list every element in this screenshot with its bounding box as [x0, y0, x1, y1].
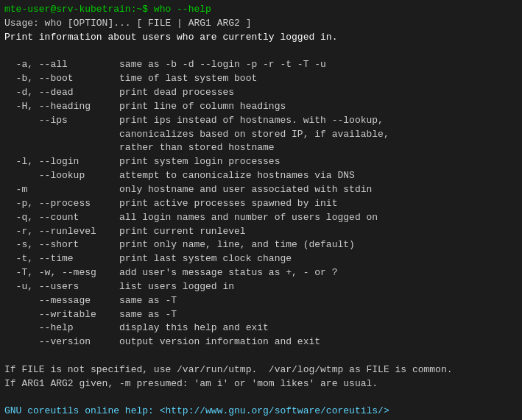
- terminal-line: -r, --runlevel print current runlevel: [4, 225, 518, 239]
- terminal-line: -H, --heading print line of column headi…: [4, 100, 518, 114]
- terminal-line: --message same as -T: [4, 294, 518, 308]
- terminal-line: canonicalizes based on stored IP, if ava…: [4, 128, 518, 142]
- terminal-line: -m only hostname and user associated wit…: [4, 183, 518, 197]
- terminal-line: [4, 391, 518, 405]
- terminal-line: If ARG1 ARG2 given, -m presumed: 'am i' …: [4, 377, 518, 391]
- terminal-line: -l, --login print system login processes: [4, 155, 518, 169]
- terminal-line: -b, --boot time of last system boot: [4, 72, 518, 86]
- terminal-line: rather than stored hostname: [4, 141, 518, 155]
- terminal-line: --help display this help and exit: [4, 321, 518, 335]
- terminal-line: -s, --short print only name, line, and t…: [4, 238, 518, 252]
- terminal-line: -p, --process print active processes spa…: [4, 197, 518, 211]
- terminal-line: If FILE is not specified, use /var/run/u…: [4, 363, 518, 377]
- terminal-line: [4, 45, 518, 59]
- terminal-line: --ips print ips instead of hostnames. wi…: [4, 114, 518, 128]
- terminal-line: [4, 349, 518, 363]
- terminal-line: -q, --count all login names and number o…: [4, 211, 518, 225]
- terminal-line: -a, --all same as -b -d --login -p -r -t…: [4, 58, 518, 72]
- terminal-line: -u, --users list users logged in: [4, 280, 518, 294]
- terminal-line: --lookup attempt to canonicalize hostnam…: [4, 169, 518, 183]
- terminal-line: Usage: who [OPTION]... [ FILE | ARG1 ARG…: [4, 17, 518, 31]
- terminal-line: -T, -w, --mesg add user's message status…: [4, 266, 518, 280]
- terminal-line: --writable same as -T: [4, 308, 518, 322]
- terminal-line: GNU coreutils online help: <http://www.g…: [4, 405, 518, 419]
- prompt-line: mte-user@srv-kubetrain:~$ who --help: [4, 3, 518, 17]
- terminal-line: -t, --time print last system clock chang…: [4, 252, 518, 266]
- terminal-line: --version output version information and…: [4, 335, 518, 349]
- terminal-line: Print information about users who are cu…: [4, 31, 518, 45]
- terminal-line: -d, --dead print dead processes: [4, 86, 518, 100]
- terminal-content: Usage: who [OPTION]... [ FILE | ARG1 ARG…: [4, 17, 518, 420]
- terminal-window: mte-user@srv-kubetrain:~$ who --help Usa…: [0, 0, 522, 420]
